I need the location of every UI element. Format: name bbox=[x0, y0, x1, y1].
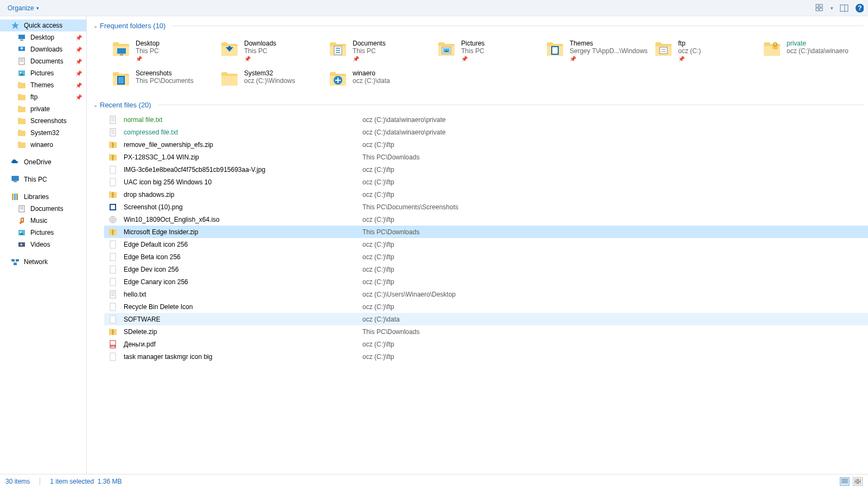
file-row[interactable]: SOFTWAREocz (C:)\data bbox=[104, 313, 868, 325]
file-name: PX-128S3C_1.04 WIN.zip bbox=[124, 153, 362, 161]
details-view-toggle[interactable] bbox=[840, 477, 850, 486]
sidebar-quick-access[interactable]: Quick access bbox=[0, 20, 86, 31]
sidebar-item-label: Screenshots bbox=[30, 117, 67, 125]
svg-rect-99 bbox=[110, 316, 116, 323]
sidebar-item-private[interactable]: private bbox=[0, 103, 86, 115]
folder-location: ocz (C:) bbox=[678, 47, 701, 55]
folder-name: ftp bbox=[678, 40, 701, 47]
file-name: UAC icon big 256 Windows 10 bbox=[124, 178, 362, 186]
file-row[interactable]: Edge Dev icon 256ocz (C:)\ftp bbox=[104, 263, 868, 275]
file-row[interactable]: hello.txtocz (C:)\Users\Winaero\Desktop bbox=[104, 288, 868, 300]
folder-tile[interactable]: ftpocz (C:)📌 bbox=[651, 37, 760, 64]
folder-name: winaero bbox=[353, 69, 390, 77]
sidebar-libraries[interactable]: Libraries bbox=[0, 191, 86, 203]
svg-rect-35 bbox=[14, 263, 17, 265]
view-options-icon[interactable] bbox=[815, 4, 824, 12]
file-row[interactable]: Screenshot (10).pngThis PC\Documents\Scr… bbox=[104, 201, 868, 213]
pin-icon: 📌 bbox=[75, 47, 82, 53]
file-row[interactable]: Win10_1809Oct_English_x64.isoocz (C:)\ft… bbox=[104, 213, 868, 226]
file-row[interactable]: drop shadows.zipocz (C:)\ftp bbox=[104, 188, 868, 201]
file-row[interactable]: Edge Beta icon 256ocz (C:)\ftp bbox=[104, 251, 868, 263]
file-icon bbox=[108, 240, 117, 249]
folder-icon bbox=[17, 81, 26, 89]
folder-tile[interactable]: DocumentsThis PC📌 bbox=[326, 37, 434, 64]
content-pane: ⌄ Frequent folders (10) DesktopThis PC📌D… bbox=[87, 16, 868, 474]
file-row[interactable]: PX-128S3C_1.04 WIN.zipThis PC\Downloads bbox=[104, 151, 868, 163]
recent-files-header[interactable]: ⌄ Recent files (20) bbox=[93, 98, 868, 112]
file-row[interactable]: Microsoft Edge Insider.zipThis PC\Downlo… bbox=[104, 226, 868, 238]
sidebar-item-label: Desktop bbox=[30, 34, 54, 41]
sidebar-item-pictures[interactable]: Pictures bbox=[0, 227, 86, 239]
status-selected: 1 item selected bbox=[50, 478, 94, 485]
help-icon[interactable]: ? bbox=[855, 4, 864, 12]
sidebar-item-label: System32 bbox=[30, 129, 59, 137]
sidebar-item-themes[interactable]: Themes📌 bbox=[0, 79, 86, 91]
file-row[interactable]: Recycle Bin Delete Iconocz (C:)\ftp bbox=[104, 300, 868, 313]
music-icon bbox=[17, 216, 26, 225]
sidebar-item-ftp[interactable]: ftp📌 bbox=[0, 91, 86, 103]
folder-location: This PC bbox=[136, 47, 159, 55]
preview-pane-icon[interactable] bbox=[840, 4, 848, 12]
svg-rect-98 bbox=[110, 303, 116, 311]
file-path: This PC\Documents\Screenshots bbox=[362, 203, 458, 211]
organize-button[interactable]: Organize ▾ bbox=[4, 2, 42, 14]
file-icon bbox=[108, 115, 117, 124]
folder-tile[interactable]: PicturesThis PC📌 bbox=[434, 37, 542, 64]
sidebar-item-desktop[interactable]: Desktop📌 bbox=[0, 31, 86, 43]
file-name: hello.txt bbox=[124, 291, 362, 298]
file-icon bbox=[108, 303, 117, 311]
sidebar-item-system32[interactable]: System32 bbox=[0, 127, 86, 139]
file-row[interactable]: IMG-3c6e1e8bea0cf4f75cb851cb915693aa-V.j… bbox=[104, 163, 868, 176]
folder-name: Downloads bbox=[244, 40, 276, 47]
svg-rect-111 bbox=[854, 479, 857, 481]
folder-icon bbox=[17, 117, 26, 125]
sidebar-onedrive[interactable]: OneDrive bbox=[0, 156, 86, 168]
file-row[interactable]: Edge Canary icon 256ocz (C:)\ftp bbox=[104, 275, 868, 288]
folder-tile[interactable]: privateocz (C:)\data\winaero bbox=[760, 37, 868, 64]
svg-text:?: ? bbox=[858, 4, 861, 12]
sidebar-item-winaero[interactable]: winaero bbox=[0, 139, 86, 151]
frequent-folders-header[interactable]: ⌄ Frequent folders (10) bbox=[93, 18, 868, 33]
file-path: ocz (C:)\data\winaero\private bbox=[362, 129, 445, 136]
file-icon bbox=[108, 290, 117, 299]
file-row[interactable]: SDelete.zipThis PC\Downloads bbox=[104, 325, 868, 338]
file-row[interactable]: remove_file_ownership_efs.zipocz (C:)\ft… bbox=[104, 138, 868, 151]
folder-icon bbox=[329, 40, 347, 58]
sidebar-item-documents[interactable]: Documents📌 bbox=[0, 55, 86, 67]
sidebar-item-screenshots[interactable]: Screenshots bbox=[0, 115, 86, 127]
file-name: Recycle Bin Delete Icon bbox=[124, 303, 362, 311]
sidebar-item-videos[interactable]: Videos bbox=[0, 239, 86, 251]
folder-location: ocz (C:)\Windows bbox=[244, 77, 295, 85]
sidebar-item-downloads[interactable]: Downloads📌 bbox=[0, 43, 86, 55]
folder-tile[interactable]: DesktopThis PC📌 bbox=[108, 37, 217, 64]
pin-icon: 📌 bbox=[75, 82, 82, 88]
chevron-down-icon[interactable]: ▾ bbox=[831, 5, 833, 11]
file-icon bbox=[108, 265, 117, 274]
file-row[interactable]: compressed file.txtocz (C:)\data\winaero… bbox=[104, 126, 868, 138]
sidebar-item-label: private bbox=[30, 105, 50, 113]
sidebar-item-documents[interactable]: Documents bbox=[0, 203, 86, 215]
sidebar-network[interactable]: Network bbox=[0, 256, 86, 268]
file-path: ocz (C:)\Users\Winaero\Desktop bbox=[362, 291, 456, 298]
sidebar-item-pictures[interactable]: Pictures📌 bbox=[0, 67, 86, 79]
folder-tile[interactable]: ScreenshotsThis PC\Documents bbox=[108, 67, 217, 90]
thumbnails-view-toggle[interactable] bbox=[853, 477, 863, 486]
folder-tile[interactable]: DownloadsThis PC📌 bbox=[217, 37, 326, 64]
svg-rect-72 bbox=[112, 155, 113, 160]
folder-location: This PC bbox=[461, 47, 484, 55]
folder-tile[interactable]: ThemesSergey T\AppD...\Windows📌 bbox=[542, 37, 651, 64]
file-row[interactable]: task manager taskmgr icon bigocz (C:)\ft… bbox=[104, 350, 868, 363]
file-row[interactable]: Edge Default icon 256ocz (C:)\ftp bbox=[104, 238, 868, 251]
svg-rect-75 bbox=[112, 158, 112, 158]
svg-rect-107 bbox=[110, 353, 116, 361]
folder-icon bbox=[763, 40, 781, 58]
file-row[interactable]: UAC icon big 256 Windows 10ocz (C:)\ftp bbox=[104, 176, 868, 188]
sidebar-this-pc[interactable]: This PC bbox=[0, 174, 86, 185]
folder-tile[interactable]: winaeroocz (C:)\data bbox=[326, 67, 434, 90]
sidebar-item-music[interactable]: Music bbox=[0, 215, 86, 227]
folder-tile[interactable]: System32ocz (C:)\Windows bbox=[217, 67, 326, 90]
file-row[interactable]: PDFДеньги.pdfocz (C:)\ftp bbox=[104, 338, 868, 350]
file-row[interactable]: normal file.txtocz (C:)\data\winaero\pri… bbox=[104, 113, 868, 126]
pin-icon: 📌 bbox=[678, 56, 701, 62]
file-name: Edge Default icon 256 bbox=[124, 241, 362, 248]
